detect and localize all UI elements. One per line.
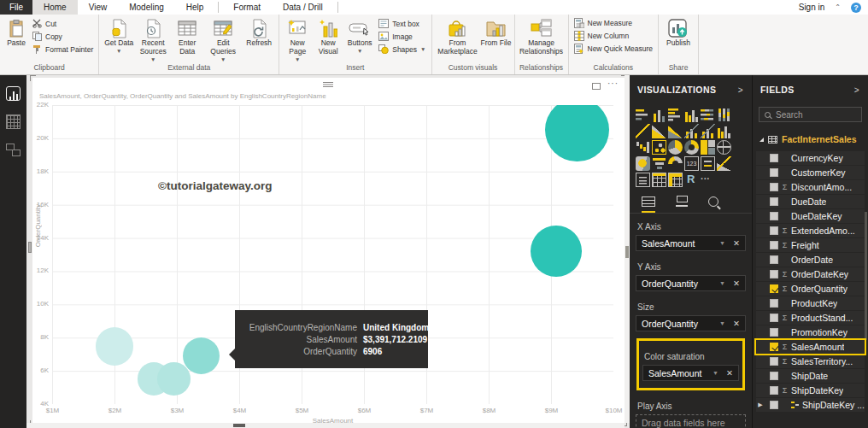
bubble-united-kingdom[interactable] (183, 337, 220, 374)
r-script-icon[interactable] (684, 173, 699, 187)
sign-in-link[interactable]: Sign in (799, 3, 825, 12)
tab-format[interactable] (676, 196, 688, 213)
field-row[interactable]: ▶ Σ PromotionKey (756, 325, 865, 339)
visual-options-icon[interactable]: ··· (607, 79, 619, 88)
publish-button[interactable]: Publish (661, 15, 695, 63)
from-file-button[interactable]: From File (481, 15, 512, 63)
field-row[interactable]: ▶ Σ OrderDateKey (756, 267, 865, 281)
100-stacked-bar-chart-icon[interactable] (701, 108, 715, 122)
edit-queries-button[interactable]: Edit Queries▼ (204, 15, 242, 63)
field-checkbox[interactable] (770, 183, 778, 191)
field-checkbox[interactable] (770, 241, 778, 249)
field-dropdown-icon[interactable]: ▼ (719, 240, 725, 246)
slicer-icon[interactable] (636, 173, 650, 187)
field-row[interactable]: ▶ Σ ProductKey (756, 296, 865, 310)
field-row[interactable]: ▶ Σ ShipDateKey ... (756, 398, 865, 412)
tab-modeling[interactable]: Modeling (118, 0, 175, 15)
field-checkbox[interactable] (770, 343, 778, 351)
field-row[interactable]: ▶ Σ CurrencyKey (756, 151, 865, 165)
field-checkbox[interactable] (770, 386, 778, 395)
focus-mode-icon[interactable] (592, 83, 601, 90)
field-checkbox[interactable] (770, 401, 778, 409)
waterfall-chart-icon[interactable] (636, 140, 650, 155)
new-quick-measure-button[interactable]: New Quick Measure (574, 44, 654, 54)
visual-drag-grip[interactable] (323, 82, 333, 83)
data-view-icon[interactable] (6, 114, 21, 129)
from-marketplace-button[interactable]: From Marketplace (435, 15, 481, 63)
table-icon[interactable] (652, 173, 666, 187)
field-checkbox[interactable] (770, 255, 778, 264)
new-column-button[interactable]: New Column (574, 31, 654, 41)
selection-handle[interactable] (28, 242, 32, 253)
enter-data-button[interactable]: Enter Data (170, 15, 204, 63)
collapse-pane-icon[interactable]: > (854, 85, 859, 95)
field-row[interactable]: ▶ Σ ExtendedAmo... (756, 224, 865, 237)
scatter-chart-visual[interactable]: ··· SalesAmount, OrderQuantity, OrderQua… (32, 78, 625, 424)
funnel-chart-icon[interactable] (652, 156, 666, 171)
color-saturation-field[interactable]: SalesAmount ▼ ✕ (642, 365, 739, 381)
copy-button[interactable]: Copy (32, 32, 93, 41)
play-axis-dropzone[interactable]: Drag data fields here (636, 414, 746, 428)
new-measure-button[interactable]: New Measure (574, 18, 654, 28)
bubble[interactable] (545, 105, 608, 161)
selection-handle[interactable] (30, 75, 36, 81)
recent-sources-button[interactable]: Recent Sources▼ (136, 15, 170, 63)
tab-home[interactable]: Home (32, 0, 78, 15)
expand-collapse-icon[interactable] (760, 138, 764, 142)
field-checkbox[interactable] (770, 226, 778, 235)
tab-data-drill[interactable]: Data / Drill (272, 0, 334, 15)
size-field[interactable]: OrderQuantity ▼ ✕ (636, 315, 746, 331)
new-page-button[interactable]: New Page▼ (282, 15, 313, 63)
fields-scrollbar[interactable] (865, 212, 867, 340)
field-row[interactable]: ▶ Σ SalesTerritory... (756, 355, 865, 368)
field-checkbox[interactable] (770, 212, 778, 220)
remove-field-icon[interactable]: ✕ (733, 278, 740, 288)
field-checkbox[interactable] (770, 314, 778, 322)
refresh-button[interactable]: Refresh (242, 15, 276, 63)
buttons-button[interactable]: Buttons▼ (343, 15, 376, 63)
field-checkbox[interactable] (770, 372, 778, 380)
more-visuals-icon[interactable] (701, 173, 715, 187)
gauge-icon[interactable] (668, 156, 683, 171)
collapse-ribbon-icon[interactable]: ⌃ (835, 3, 841, 11)
filled-map-icon[interactable] (636, 156, 650, 171)
scatter-chart-icon[interactable] (652, 140, 666, 155)
scrollbar-thumb[interactable] (625, 246, 629, 258)
field-row[interactable]: ▶ Σ DiscountAmo... (756, 180, 865, 194)
bubble[interactable] (531, 226, 582, 277)
field-row[interactable]: ▶ Σ OrderDate (756, 253, 865, 267)
text-box-button[interactable]: Text box (378, 19, 425, 28)
field-checkbox[interactable] (770, 357, 778, 366)
line-clustered-column-chart-icon[interactable] (684, 124, 699, 138)
ribbon-chart-icon[interactable] (717, 124, 731, 138)
donut-chart-icon[interactable] (684, 140, 699, 155)
table-factinternetsales[interactable]: FactInternetSales (753, 122, 868, 150)
report-view-icon[interactable] (6, 86, 21, 101)
paste-button[interactable]: Paste (3, 15, 30, 63)
image-button[interactable]: Image (378, 32, 425, 41)
kpi-icon[interactable] (717, 156, 731, 171)
pie-chart-icon[interactable] (668, 140, 683, 155)
model-view-icon[interactable] (6, 143, 21, 157)
field-row[interactable]: ▶ Σ ShipDate (756, 369, 865, 383)
field-row[interactable]: ▶ Σ Freight (756, 238, 865, 252)
field-checkbox[interactable] (770, 168, 778, 177)
area-chart-icon[interactable] (652, 124, 666, 138)
remove-field-icon[interactable]: ✕ (726, 368, 733, 378)
tab-analytics[interactable] (708, 196, 718, 213)
field-row[interactable]: ▶ Σ DueDate (756, 195, 865, 208)
get-data-button[interactable]: Get Data▼ (102, 15, 136, 63)
field-checkbox[interactable] (770, 197, 778, 206)
bubble[interactable] (157, 362, 191, 396)
multi-row-card-icon[interactable] (701, 156, 715, 171)
field-checkbox[interactable] (770, 299, 778, 308)
field-row[interactable]: ▶ Σ CustomerKey (756, 166, 865, 179)
collapse-pane-icon[interactable]: > (738, 85, 743, 95)
field-checkbox[interactable] (770, 270, 778, 278)
field-row[interactable]: ▶ Σ ProductStand... (756, 311, 865, 325)
stacked-area-chart-icon[interactable] (668, 124, 683, 138)
card-icon[interactable] (684, 156, 699, 171)
stacked-column-chart-icon[interactable] (652, 108, 666, 122)
field-row[interactable]: ▶ Σ DueDateKey (756, 209, 865, 223)
y-axis-field[interactable]: OrderQuantity ▼ ✕ (636, 275, 746, 291)
